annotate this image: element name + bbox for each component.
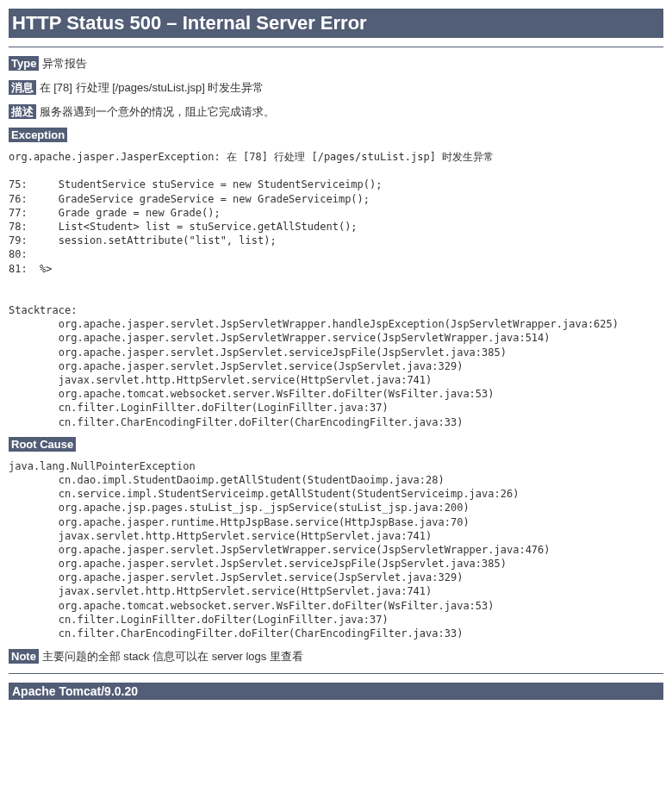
root-cause-label: Root Cause xyxy=(9,437,76,452)
divider xyxy=(9,673,663,674)
message-value: 在 [78] 行处理 [/pages/stuList.jsp] 时发生异常 xyxy=(40,81,264,94)
server-footer: Apache Tomcat/9.0.20 xyxy=(9,683,663,700)
root-cause-stacktrace: java.lang.NullPointerException cn.dao.im… xyxy=(9,459,663,640)
note-line: Note 主要问题的全部 stack 信息可以在 server logs 里查看 xyxy=(9,649,663,664)
exception-stacktrace: org.apache.jasper.JasperException: 在 [78… xyxy=(9,150,663,429)
note-label: Note xyxy=(9,649,39,664)
type-label: Type xyxy=(9,56,39,71)
description-line: 描述 服务器遇到一个意外的情况，阻止它完成请求。 xyxy=(9,104,663,120)
note-value: 主要问题的全部 stack 信息可以在 server logs 里查看 xyxy=(42,650,303,663)
divider xyxy=(9,47,663,47)
description-value: 服务器遇到一个意外的情况，阻止它完成请求。 xyxy=(40,105,275,118)
page-title: HTTP Status 500 – Internal Server Error xyxy=(9,9,663,38)
root-cause-header: Root Cause xyxy=(9,438,663,451)
exception-header: Exception xyxy=(9,128,663,141)
message-label: 消息 xyxy=(9,80,36,95)
exception-label: Exception xyxy=(9,128,67,142)
description-label: 描述 xyxy=(9,104,36,119)
type-line: Type 异常报告 xyxy=(9,56,663,72)
type-value: 异常报告 xyxy=(42,57,87,70)
message-line: 消息 在 [78] 行处理 [/pages/stuList.jsp] 时发生异常 xyxy=(9,80,663,96)
